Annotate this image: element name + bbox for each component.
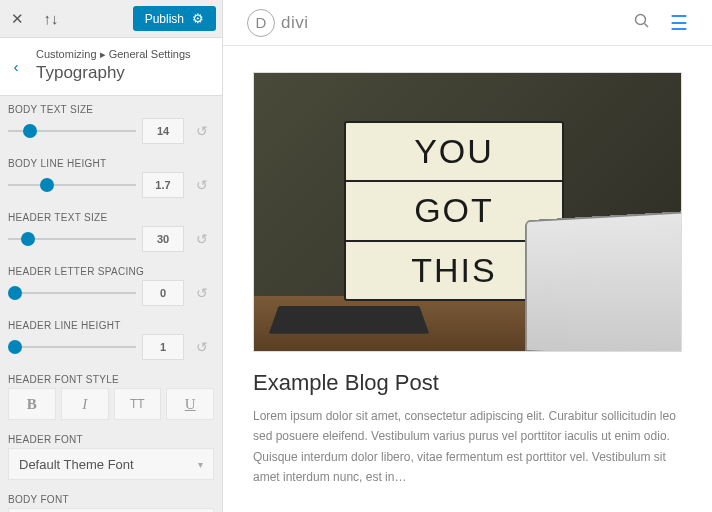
back-button[interactable]: ‹ xyxy=(4,58,28,75)
header-text-size-value[interactable]: 30 xyxy=(142,226,184,252)
header-line-height-control: HEADER LINE HEIGHT 1 ↺ xyxy=(8,320,214,360)
reorder-button[interactable]: ↑↓ xyxy=(34,10,68,27)
panel-header: ‹ Customizing ▸ General Settings Typogra… xyxy=(0,38,222,96)
svg-line-1 xyxy=(645,23,649,27)
reset-icon[interactable]: ↺ xyxy=(190,285,214,301)
chevron-down-icon: ▾ xyxy=(198,459,203,470)
controls-list: BODY TEXT SIZE 14 ↺ BODY LINE HEIGHT 1.7… xyxy=(0,96,222,512)
publish-label: Publish xyxy=(145,12,184,26)
body-font-select[interactable]: Default Theme Font ▾ xyxy=(8,508,214,512)
search-icon[interactable] xyxy=(634,13,650,33)
underline-button[interactable]: U xyxy=(166,388,214,420)
bold-button[interactable]: B xyxy=(8,388,56,420)
body-text-size-slider[interactable] xyxy=(8,121,136,141)
menu-icon[interactable]: ☰ xyxy=(670,11,688,35)
body-text-size-control: BODY TEXT SIZE 14 ↺ xyxy=(8,104,214,144)
reset-icon[interactable]: ↺ xyxy=(190,339,214,355)
gear-icon: ⚙ xyxy=(192,11,204,26)
header-letter-spacing-value[interactable]: 0 xyxy=(142,280,184,306)
site-logo[interactable]: D divi xyxy=(247,9,309,37)
reset-icon[interactable]: ↺ xyxy=(190,177,214,193)
uppercase-button[interactable]: TT xyxy=(114,388,162,420)
header-letter-spacing-control: HEADER LETTER SPACING 0 ↺ xyxy=(8,266,214,306)
header-font-select[interactable]: Default Theme Font ▾ xyxy=(8,448,214,480)
logo-d-icon: D xyxy=(247,9,275,37)
preview-pane: D divi ☰ YOU GOT THIS Example Blog Post xyxy=(223,0,712,512)
reset-icon[interactable]: ↺ xyxy=(190,123,214,139)
sidebar-topbar: ✕ ↑↓ Publish ⚙ xyxy=(0,0,222,38)
body-line-height-control: BODY LINE HEIGHT 1.7 ↺ xyxy=(8,158,214,198)
italic-button[interactable]: I xyxy=(61,388,109,420)
body-text-size-value[interactable]: 14 xyxy=(142,118,184,144)
header-font-style-control: HEADER FONT STYLE B I TT U xyxy=(8,374,214,420)
site-header: D divi ☰ xyxy=(223,0,712,46)
publish-button[interactable]: Publish ⚙ xyxy=(133,6,216,31)
header-line-height-slider[interactable] xyxy=(8,337,136,357)
body-line-height-value[interactable]: 1.7 xyxy=(142,172,184,198)
header-font-control: HEADER FONT Default Theme Font ▾ xyxy=(8,434,214,480)
header-text-size-control: HEADER TEXT SIZE 30 ↺ xyxy=(8,212,214,252)
header-letter-spacing-slider[interactable] xyxy=(8,283,136,303)
post-title[interactable]: Example Blog Post xyxy=(253,370,682,396)
customizer-sidebar: ✕ ↑↓ Publish ⚙ ‹ Customizing ▸ General S… xyxy=(0,0,223,512)
breadcrumb: Customizing ▸ General Settings xyxy=(36,48,208,61)
header-line-height-value[interactable]: 1 xyxy=(142,334,184,360)
reset-icon[interactable]: ↺ xyxy=(190,231,214,247)
preview-body: YOU GOT THIS Example Blog Post Lorem ips… xyxy=(223,46,712,512)
post-excerpt: Lorem ipsum dolor sit amet, consectetur … xyxy=(253,406,682,488)
post-image[interactable]: YOU GOT THIS xyxy=(253,72,682,352)
body-line-height-slider[interactable] xyxy=(8,175,136,195)
close-button[interactable]: ✕ xyxy=(0,10,34,28)
body-font-control: BODY FONT Default Theme Font ▾ xyxy=(8,494,214,512)
header-text-size-slider[interactable] xyxy=(8,229,136,249)
svg-point-0 xyxy=(636,14,646,24)
panel-title: Typography xyxy=(36,63,208,83)
